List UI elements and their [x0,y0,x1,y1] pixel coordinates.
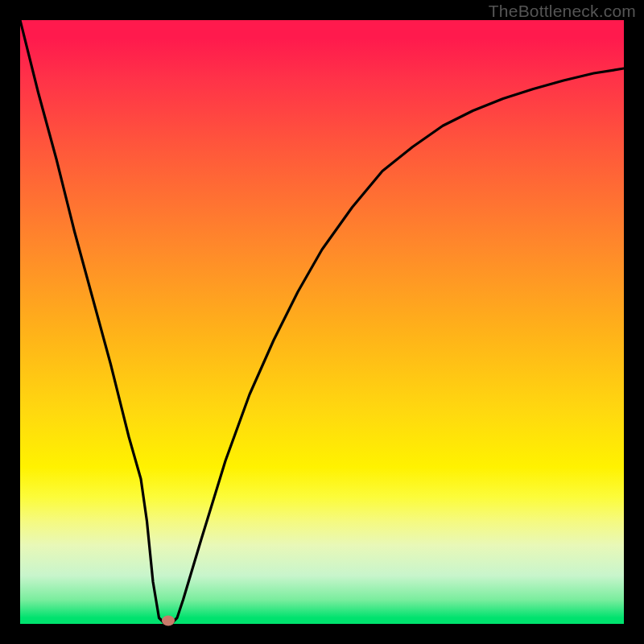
chart-plot-area [20,20,624,624]
watermark-label: TheBottleneck.com [489,2,636,21]
bottleneck-curve [20,20,624,624]
optimal-point-marker [162,616,175,626]
